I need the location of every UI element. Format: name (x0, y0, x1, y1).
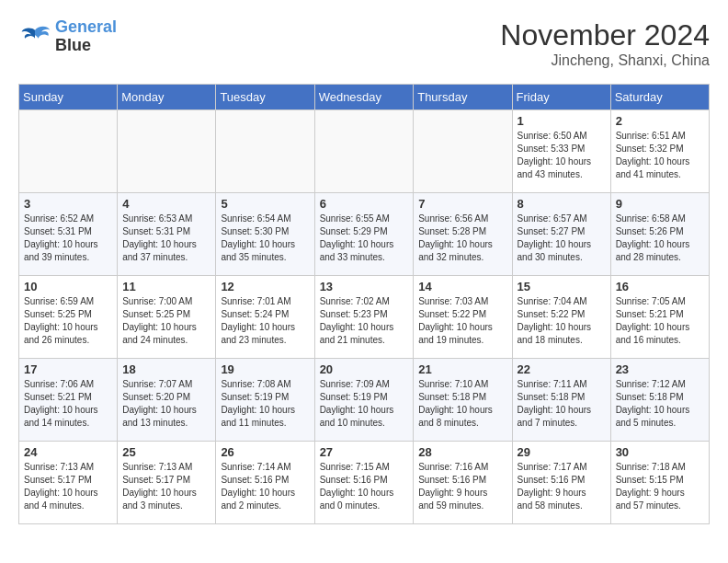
calendar-week-row: 1Sunrise: 6:50 AM Sunset: 5:33 PM Daylig… (19, 110, 710, 193)
calendar-cell: 16Sunrise: 7:05 AM Sunset: 5:21 PM Dayli… (610, 276, 709, 359)
month-title: November 2024 (500, 18, 710, 52)
day-info: Sunrise: 6:52 AM Sunset: 5:31 PM Dayligh… (24, 213, 112, 264)
day-number: 24 (24, 445, 112, 459)
calendar-cell: 6Sunrise: 6:55 AM Sunset: 5:29 PM Daylig… (314, 193, 414, 276)
weekday-header: Monday (118, 85, 216, 110)
day-info: Sunrise: 7:16 AM Sunset: 5:16 PM Dayligh… (418, 461, 506, 512)
day-info: Sunrise: 6:56 AM Sunset: 5:28 PM Dayligh… (418, 213, 506, 264)
calendar-cell: 5Sunrise: 6:54 AM Sunset: 5:30 PM Daylig… (216, 193, 314, 276)
day-info: Sunrise: 6:51 AM Sunset: 5:32 PM Dayligh… (616, 130, 704, 181)
calendar-cell: 22Sunrise: 7:11 AM Sunset: 5:18 PM Dayli… (512, 359, 610, 442)
day-number: 14 (418, 280, 506, 293)
location-title: Jincheng, Shanxi, China (500, 52, 710, 69)
day-info: Sunrise: 7:18 AM Sunset: 5:15 PM Dayligh… (616, 461, 704, 512)
page-header: General Blue November 2024 Jincheng, Sha… (18, 18, 710, 69)
calendar-cell (19, 110, 118, 193)
day-number: 18 (122, 362, 210, 376)
calendar-cell: 25Sunrise: 7:13 AM Sunset: 5:17 PM Dayli… (118, 442, 216, 524)
day-number: 3 (24, 197, 112, 211)
calendar-cell: 13Sunrise: 7:02 AM Sunset: 5:23 PM Dayli… (314, 276, 414, 359)
calendar-cell: 26Sunrise: 7:14 AM Sunset: 5:16 PM Dayli… (216, 442, 314, 524)
day-info: Sunrise: 7:14 AM Sunset: 5:16 PM Dayligh… (221, 461, 309, 512)
day-number: 12 (221, 280, 309, 293)
day-number: 29 (518, 445, 606, 459)
calendar-cell: 9Sunrise: 6:58 AM Sunset: 5:26 PM Daylig… (610, 193, 709, 276)
calendar-cell: 29Sunrise: 7:17 AM Sunset: 5:16 PM Dayli… (512, 442, 610, 524)
day-number: 2 (616, 114, 704, 128)
calendar-cell: 30Sunrise: 7:18 AM Sunset: 5:15 PM Dayli… (610, 442, 709, 524)
calendar-cell: 2Sunrise: 6:51 AM Sunset: 5:32 PM Daylig… (610, 110, 709, 193)
day-info: Sunrise: 7:13 AM Sunset: 5:17 PM Dayligh… (24, 461, 112, 512)
calendar-cell: 18Sunrise: 7:07 AM Sunset: 5:20 PM Dayli… (118, 359, 216, 442)
day-info: Sunrise: 7:09 AM Sunset: 5:19 PM Dayligh… (320, 378, 409, 430)
day-number: 8 (518, 197, 606, 211)
day-info: Sunrise: 7:12 AM Sunset: 5:18 PM Dayligh… (616, 378, 704, 430)
day-info: Sunrise: 6:57 AM Sunset: 5:27 PM Dayligh… (518, 213, 606, 264)
calendar-week-row: 10Sunrise: 6:59 AM Sunset: 5:25 PM Dayli… (19, 276, 710, 359)
day-number: 21 (418, 362, 506, 376)
calendar-cell: 21Sunrise: 7:10 AM Sunset: 5:18 PM Dayli… (414, 359, 512, 442)
day-info: Sunrise: 6:54 AM Sunset: 5:30 PM Dayligh… (221, 213, 309, 264)
day-number: 26 (221, 445, 309, 459)
day-number: 11 (122, 280, 210, 293)
day-info: Sunrise: 7:05 AM Sunset: 5:21 PM Dayligh… (616, 295, 704, 347)
calendar-cell: 10Sunrise: 6:59 AM Sunset: 5:25 PM Dayli… (19, 276, 118, 359)
day-info: Sunrise: 6:58 AM Sunset: 5:26 PM Dayligh… (616, 213, 704, 264)
calendar-week-row: 24Sunrise: 7:13 AM Sunset: 5:17 PM Dayli… (19, 442, 710, 524)
calendar-cell: 24Sunrise: 7:13 AM Sunset: 5:17 PM Dayli… (19, 442, 118, 524)
day-number: 17 (24, 362, 112, 376)
day-number: 9 (616, 197, 704, 211)
calendar-cell: 27Sunrise: 7:15 AM Sunset: 5:16 PM Dayli… (314, 442, 414, 524)
calendar-week-row: 17Sunrise: 7:06 AM Sunset: 5:21 PM Dayli… (19, 359, 710, 442)
day-info: Sunrise: 6:55 AM Sunset: 5:29 PM Dayligh… (320, 213, 409, 264)
logo-line1: General (55, 17, 117, 36)
calendar-cell: 15Sunrise: 7:04 AM Sunset: 5:22 PM Dayli… (512, 276, 610, 359)
day-info: Sunrise: 7:17 AM Sunset: 5:16 PM Dayligh… (518, 461, 606, 512)
day-number: 30 (616, 445, 704, 459)
weekday-header: Saturday (610, 85, 709, 110)
logo-icon (18, 23, 51, 51)
weekday-header: Wednesday (314, 85, 414, 110)
calendar-cell: 3Sunrise: 6:52 AM Sunset: 5:31 PM Daylig… (19, 193, 118, 276)
day-info: Sunrise: 6:59 AM Sunset: 5:25 PM Dayligh… (24, 295, 112, 347)
day-info: Sunrise: 7:03 AM Sunset: 5:22 PM Dayligh… (418, 295, 506, 347)
day-number: 10 (24, 280, 112, 293)
logo: General Blue (18, 18, 117, 55)
calendar-cell (118, 110, 216, 193)
calendar-cell: 11Sunrise: 7:00 AM Sunset: 5:25 PM Dayli… (118, 276, 216, 359)
day-info: Sunrise: 7:11 AM Sunset: 5:18 PM Dayligh… (518, 378, 606, 430)
day-info: Sunrise: 7:07 AM Sunset: 5:20 PM Dayligh… (122, 378, 210, 430)
day-number: 15 (518, 280, 606, 293)
calendar-cell (314, 110, 414, 193)
day-info: Sunrise: 6:53 AM Sunset: 5:31 PM Dayligh… (122, 213, 210, 264)
weekday-header: Friday (512, 85, 610, 110)
day-info: Sunrise: 7:01 AM Sunset: 5:24 PM Dayligh… (221, 295, 309, 347)
day-number: 1 (518, 114, 606, 128)
calendar-header-row: SundayMondayTuesdayWednesdayThursdayFrid… (19, 85, 710, 110)
weekday-header: Tuesday (216, 85, 314, 110)
day-number: 19 (221, 362, 309, 376)
calendar-cell: 28Sunrise: 7:16 AM Sunset: 5:16 PM Dayli… (414, 442, 512, 524)
day-info: Sunrise: 7:02 AM Sunset: 5:23 PM Dayligh… (320, 295, 409, 347)
calendar-cell (216, 110, 314, 193)
day-number: 23 (616, 362, 704, 376)
calendar-cell: 17Sunrise: 7:06 AM Sunset: 5:21 PM Dayli… (19, 359, 118, 442)
calendar-cell: 19Sunrise: 7:08 AM Sunset: 5:19 PM Dayli… (216, 359, 314, 442)
day-number: 5 (221, 197, 309, 211)
day-number: 25 (122, 445, 210, 459)
day-number: 22 (518, 362, 606, 376)
day-number: 13 (320, 280, 409, 293)
day-number: 28 (418, 445, 506, 459)
day-number: 4 (122, 197, 210, 211)
calendar-cell: 20Sunrise: 7:09 AM Sunset: 5:19 PM Dayli… (314, 359, 414, 442)
calendar-week-row: 3Sunrise: 6:52 AM Sunset: 5:31 PM Daylig… (19, 193, 710, 276)
day-number: 27 (320, 445, 409, 459)
title-area: November 2024 Jincheng, Shanxi, China (500, 18, 710, 69)
day-number: 16 (616, 280, 704, 293)
day-info: Sunrise: 6:50 AM Sunset: 5:33 PM Dayligh… (518, 130, 606, 181)
calendar-table: SundayMondayTuesdayWednesdayThursdayFrid… (18, 84, 710, 524)
day-info: Sunrise: 7:04 AM Sunset: 5:22 PM Dayligh… (518, 295, 606, 347)
day-info: Sunrise: 7:00 AM Sunset: 5:25 PM Dayligh… (122, 295, 210, 347)
day-info: Sunrise: 7:15 AM Sunset: 5:16 PM Dayligh… (320, 461, 409, 512)
calendar-cell: 12Sunrise: 7:01 AM Sunset: 5:24 PM Dayli… (216, 276, 314, 359)
